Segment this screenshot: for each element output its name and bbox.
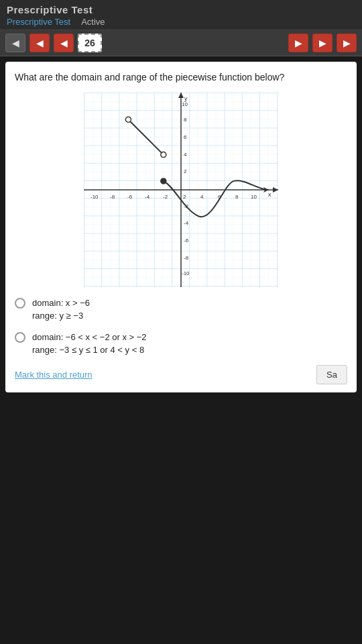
mark-return-link[interactable]: Mark this and return: [15, 370, 93, 380]
svg-text:8: 8: [235, 194, 239, 200]
svg-text:-8: -8: [184, 255, 189, 261]
svg-text:x: x: [268, 191, 272, 198]
option-text-1: domain: x > −6 range: y ≥ −3: [32, 297, 90, 323]
nav-bar: ◀ ◀ ◀ 26 ▶ ▶ ▶: [0, 30, 362, 56]
option-1-line2: range: y ≥ −3: [32, 309, 90, 323]
option-1-line1: domain: x > −6: [32, 297, 90, 310]
nav-back-button-2[interactable]: ◀: [54, 34, 74, 52]
svg-text:-4: -4: [145, 194, 150, 200]
svg-text:-2: -2: [163, 194, 168, 200]
svg-text:2: 2: [183, 194, 186, 200]
svg-text:2: 2: [184, 168, 187, 174]
svg-text:4: 4: [184, 152, 187, 158]
option-2-line2: range: −3 ≤ y ≤ 1 or 4 < y < 8: [32, 343, 147, 357]
top-bar: Prescriptive Test Prescriptive Test Acti…: [0, 0, 362, 30]
svg-text:-6: -6: [184, 237, 189, 244]
svg-text:y: y: [184, 95, 188, 102]
save-button[interactable]: Sa: [316, 365, 347, 384]
svg-text:-10: -10: [90, 194, 99, 200]
breadcrumb: Prescriptive Test Active: [7, 17, 355, 27]
nav-forward-button-3[interactable]: ▶: [337, 34, 357, 52]
page-number: 26: [78, 34, 102, 52]
graph-container: 2 4 6 8 10 -2 -4 -6 -8 -10 x 2 4 6 8 10 …: [84, 93, 278, 287]
option-row-2: domain: −6 < x < −2 or x > −2 range: −3 …: [15, 331, 347, 357]
question-text: What are the domain and range of the pie…: [15, 71, 347, 85]
nav-back-button-1[interactable]: ◀: [29, 34, 50, 52]
radio-option-2[interactable]: [15, 332, 25, 343]
svg-text:8: 8: [184, 117, 187, 123]
svg-text:-6: -6: [127, 194, 133, 200]
svg-text:-10: -10: [182, 270, 190, 276]
option-row-1: domain: x > −6 range: y ≥ −3: [15, 297, 347, 323]
svg-text:10: 10: [182, 101, 188, 107]
nav-prev-button[interactable]: ◀: [5, 34, 25, 52]
svg-text:4: 4: [200, 194, 204, 200]
svg-text:-4: -4: [184, 220, 189, 226]
svg-text:-8: -8: [110, 194, 115, 200]
answer-options: domain: x > −6 range: y ≥ −3 domain: −6 …: [15, 297, 347, 357]
radio-option-1[interactable]: [15, 298, 25, 309]
bottom-row: Mark this and return Sa: [15, 365, 347, 384]
svg-text:10: 10: [251, 194, 257, 200]
nav-forward-button-1[interactable]: ▶: [288, 34, 308, 52]
graph-svg: 2 4 6 8 10 -2 -4 -6 -8 -10 x 2 4 6 8 10 …: [84, 93, 278, 287]
breadcrumb-link[interactable]: Prescriptive Test: [7, 17, 70, 27]
content-card: What are the domain and range of the pie…: [5, 62, 357, 392]
svg-point-29: [125, 117, 131, 122]
nav-forward-button-2[interactable]: ▶: [312, 34, 333, 52]
app-title: Prescriptive Test: [7, 4, 355, 15]
option-text-2: domain: −6 < x < −2 or x > −2 range: −3 …: [32, 331, 147, 357]
option-2-line1: domain: −6 < x < −2 or x > −2: [32, 331, 147, 344]
svg-text:6: 6: [184, 134, 187, 140]
svg-point-30: [161, 152, 166, 157]
status-badge: Active: [81, 17, 105, 27]
